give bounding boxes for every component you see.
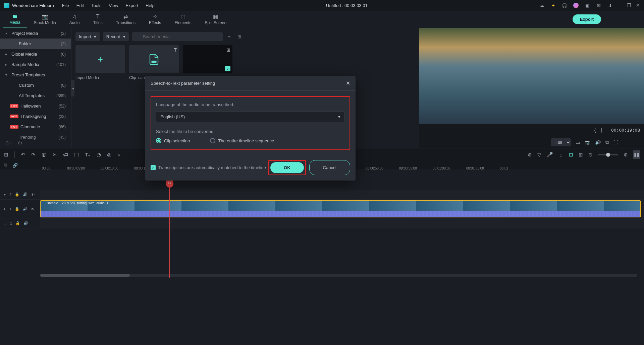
grid-view-icon[interactable]: ⊞ (236, 34, 243, 39)
menu-tools[interactable]: Tools (91, 3, 101, 8)
cloud-icon[interactable]: ☁ (539, 3, 544, 8)
mute-icon[interactable]: 🔊 (23, 221, 28, 225)
fullscreen-icon[interactable]: ⛶ (613, 140, 618, 145)
sidebar-bottom-tools: 🗀+ 🗀 (0, 138, 28, 148)
zoom-in-icon[interactable]: ⊕ (624, 152, 628, 158)
visibility-icon[interactable]: 👁 (31, 207, 35, 211)
zoom-out-icon[interactable]: ⊖ (588, 152, 593, 158)
mixer-icon[interactable]: 🎚 (558, 152, 564, 157)
auto-icon[interactable]: ⊡ (569, 152, 573, 158)
language-select[interactable]: English (US) ▾ (156, 111, 345, 122)
volume-icon[interactable]: 🔊 (595, 140, 601, 145)
import-dropdown[interactable]: Import▾ (75, 32, 100, 41)
music-icon: ♫ (72, 14, 76, 20)
fit-icon[interactable]: ▮▮ (633, 150, 640, 159)
radio-clip-selection[interactable]: Clip selection (156, 138, 190, 143)
display-icon[interactable]: ▭ (576, 140, 580, 145)
add-track-icon[interactable]: ⊞ (579, 152, 583, 158)
tab-titles[interactable]: TTitles (86, 12, 109, 27)
dialog-close-button[interactable]: ✕ (346, 80, 350, 86)
maximize-button[interactable]: ❐ (627, 3, 631, 8)
sidebar-item-custom[interactable]: Custom(0) (0, 80, 71, 90)
redo-icon[interactable]: ↷ (31, 152, 36, 158)
media-item-video-clip[interactable]: ⊞✓ sample_1280x720_surfin... (183, 45, 232, 80)
cut-icon[interactable]: ✂ (53, 152, 57, 158)
sidebar-item-global-media[interactable]: ▸Global Media(0) (0, 49, 71, 59)
menu-edit[interactable]: Edit (76, 3, 84, 8)
sidebar-item-cinematic[interactable]: HOTCinematic(66) (0, 122, 71, 132)
timeline-clip[interactable]: ▸ sample_1280x720_surfing_with_audio (1) (40, 200, 641, 217)
sidebar-item-halloween[interactable]: HOTHalloween(52) (0, 101, 71, 111)
record-dropdown[interactable]: Record▾ (103, 32, 129, 41)
hot-badge: HOT (10, 125, 18, 129)
link-icon[interactable]: 🔗 (12, 163, 18, 168)
headphones-icon[interactable]: 🎧 (562, 3, 567, 8)
save-icon[interactable]: ▣ (585, 3, 590, 8)
text-tool-icon[interactable]: T₊ (85, 152, 91, 158)
sidebar-item-folder[interactable]: Folder(2) (0, 39, 71, 49)
undo-icon[interactable]: ↶ (21, 152, 25, 158)
mute-icon[interactable]: 🔊 (23, 192, 28, 197)
keyframe-icon[interactable]: ⬨ (117, 152, 120, 157)
cancel-button[interactable]: Cancel (309, 160, 350, 175)
tab-audio[interactable]: ♫Audio (63, 12, 87, 27)
tag-icon[interactable]: 🏷 (63, 152, 68, 157)
tab-stock-media[interactable]: 📷Stock Media (27, 11, 63, 27)
filter-icon[interactable]: ⫧ (226, 34, 233, 39)
download-icon[interactable]: ⬇ (607, 3, 613, 8)
menu-help[interactable]: Help (146, 3, 155, 8)
auto-match-checkbox-row[interactable]: ✓ Transcriptions are automatically match… (151, 165, 266, 170)
chevron-down-icon: ▾ (338, 114, 340, 119)
sidebar-item-sample-media[interactable]: ▸Sample Media(101) (0, 59, 71, 70)
radio-entire-timeline[interactable]: The entire timeline sequence (210, 138, 274, 143)
tab-effects[interactable]: ✧Effects (142, 11, 168, 27)
folder-icon[interactable]: 🗀 (18, 140, 22, 145)
tab-media[interactable]: 🖿Media (3, 11, 27, 27)
collapse-sidebar-handle[interactable]: ◂ (71, 80, 74, 96)
tab-transitions[interactable]: ⇄Transitions (109, 11, 142, 27)
minimize-button[interactable]: — (618, 3, 622, 8)
pip-icon[interactable]: ⧉ (605, 139, 609, 145)
crop-icon[interactable]: ⬚ (74, 152, 79, 158)
new-folder-icon[interactable]: 🗀+ (5, 140, 12, 145)
export-button[interactable]: Export (573, 14, 601, 24)
avatar-icon[interactable] (573, 3, 579, 8)
media-item-subtitle-clip[interactable]: T SUB Clip_sample_1280x720_s... (129, 45, 179, 80)
visibility-icon[interactable]: 👁 (31, 193, 35, 197)
marker-icon[interactable]: ▽ (537, 152, 541, 158)
sidebar-item-thanksgiving[interactable]: HOTThanksgiving(22) (0, 111, 71, 122)
sidebar-item-all-templates[interactable]: All Templates(399) (0, 90, 71, 101)
quality-select[interactable]: Full (551, 138, 571, 146)
timeline-options-icon[interactable]: ⧉ (4, 162, 7, 168)
tab-elements[interactable]: ◫Elements (168, 11, 198, 27)
color-icon[interactable]: ◎ (107, 152, 111, 158)
voiceover-icon[interactable]: 🎤 (547, 152, 553, 158)
tab-split-screen[interactable]: ▦Split Screen (198, 11, 233, 27)
bracket-close-icon[interactable]: } (601, 127, 602, 133)
ok-button[interactable]: OK (270, 162, 304, 173)
menu-file[interactable]: File (62, 3, 69, 8)
snapshot-icon[interactable]: 📷 (585, 140, 590, 145)
mute-icon[interactable]: 🔊 (23, 207, 28, 211)
zoom-slider[interactable] (598, 154, 618, 155)
tools-icon[interactable]: ⊞ (4, 152, 8, 158)
idea-icon[interactable]: ✦ (550, 3, 556, 8)
render-icon[interactable]: ⊚ (528, 152, 532, 158)
sidebar-item-project-media[interactable]: ▾Project Media(2) (0, 28, 71, 39)
radio-on-icon (156, 138, 161, 143)
preview-video[interactable] (419, 28, 644, 124)
menu-view[interactable]: View (109, 3, 118, 8)
sidebar-item-preset-templates[interactable]: ▾Preset Templates (0, 70, 71, 80)
media-item-import[interactable]: + Import Media (75, 45, 125, 80)
bracket-open-icon[interactable]: { (594, 127, 596, 133)
menu-export[interactable]: Export (125, 3, 138, 8)
search-input[interactable] (132, 32, 223, 41)
close-button[interactable]: ✕ (636, 3, 640, 8)
timeline-scrollbar[interactable] (40, 274, 637, 277)
mail-icon[interactable]: ✉ (596, 3, 601, 8)
speed-icon[interactable]: ◔ (97, 152, 101, 158)
lock-icon[interactable]: 🔒 (15, 221, 20, 225)
delete-icon[interactable]: 🗑 (42, 152, 47, 157)
lock-icon[interactable]: 🔒 (15, 207, 19, 211)
lock-icon[interactable]: 🔒 (15, 192, 19, 197)
